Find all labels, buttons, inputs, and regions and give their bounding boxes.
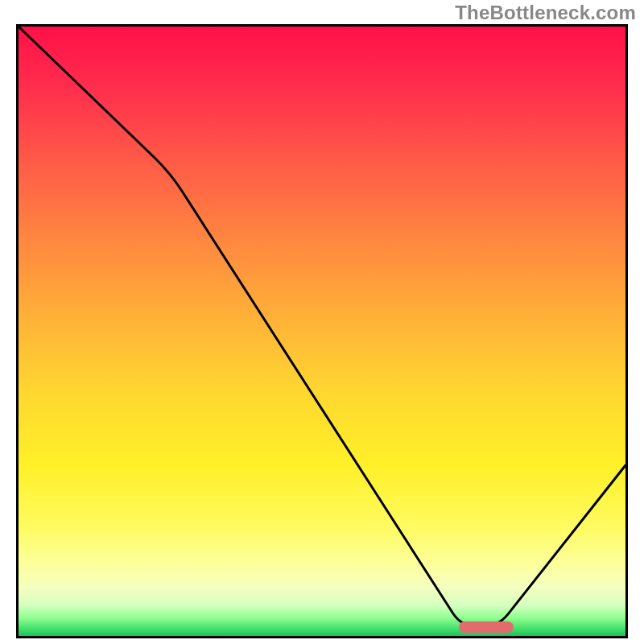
chart-container: TheBottleneck.com [0, 0, 644, 644]
watermark-text: TheBottleneck.com [455, 2, 636, 24]
bottleneck-curve [19, 27, 625, 627]
optimal-marker [459, 621, 514, 633]
chart-svg [19, 27, 625, 636]
plot-frame [16, 24, 628, 638]
